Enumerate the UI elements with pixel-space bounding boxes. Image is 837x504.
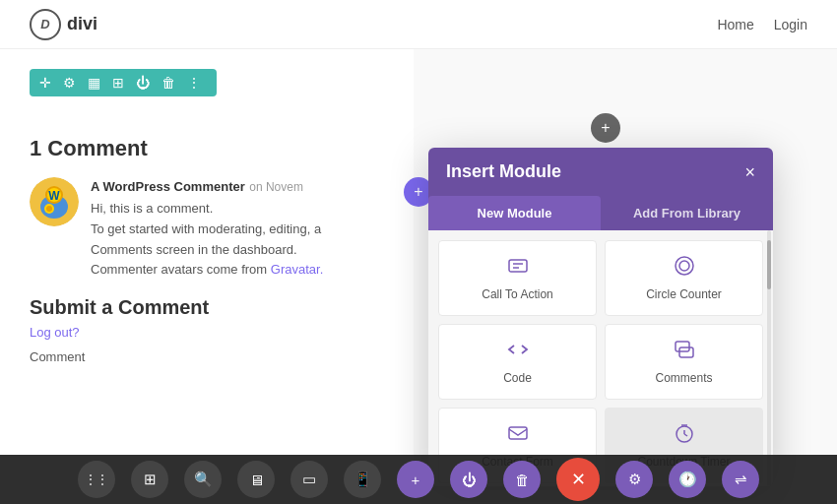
layout-icon[interactable]: ▦ [88,75,100,91]
logged-in-text: Log out? [30,325,384,340]
add-section-button-top[interactable]: + [591,113,620,143]
call-to-action-icon [507,255,529,282]
insert-module-modal: Insert Module × New Module Add From Libr… [428,148,773,486]
module-grid: Call To Action Circle Counter Code [438,240,763,486]
bottom-power-button[interactable]: ⏻ [450,461,487,498]
comment-text: Hi, this is a comment. To get started wi… [91,199,384,281]
bottom-gear-button[interactable]: ⚙ [615,461,653,498]
comment-section: 1 Comment W A WordPress Commente [30,126,384,374]
modal-close-button[interactable]: × [744,163,755,181]
move-icon[interactable]: ✛ [39,75,51,91]
modal-header: Insert Module × [428,148,773,196]
more-icon[interactable]: ⋮ [187,75,201,91]
bottom-mobile-button[interactable]: 📱 [344,461,381,498]
call-to-action-label: Call To Action [482,287,553,301]
grid-icon[interactable]: ⊞ [112,75,124,91]
bottom-menu-button[interactable]: ⋮⋮ [78,461,115,498]
svg-point-6 [46,206,52,212]
modal-body: Call To Action Circle Counter Code [428,230,773,486]
nav-login[interactable]: Login [774,17,807,32]
svg-line-17 [684,434,687,436]
comment-item: W A WordPress Commenter on Novem Hi, thi… [30,177,384,281]
comments-label: Comments [655,371,712,385]
countdown-timer-icon [674,422,695,449]
nav-home[interactable]: Home [717,17,753,32]
bottom-layout-button[interactable]: ⊞ [131,461,168,498]
svg-point-10 [676,257,693,275]
modal-title: Insert Module [446,161,561,182]
contact-form-icon [507,422,529,449]
brand: D divi [30,9,97,40]
bottom-trash-button[interactable]: 🗑 [503,461,541,498]
svg-rect-7 [509,260,527,272]
comment-field-label: Comment [30,349,384,364]
svg-point-11 [679,261,689,271]
comment-body: A WordPress Commenter on Novem Hi, this … [91,177,384,281]
bottom-sync-button[interactable]: ⇌ [722,461,759,498]
bottom-toolbar: ⋮⋮ ⊞ 🔍 🖥 ▭ 📱 + ⏻ 🗑 ✕ ⚙ 🕐 ⇌ [0,455,837,504]
comment-date: on Novem [249,180,303,194]
nav-links: Home Login [717,17,807,32]
gravatar-link[interactable]: Gravatar. [271,262,323,277]
code-icon [507,339,529,365]
modal-scrollbar[interactable] [767,230,771,486]
divi-logo: D [30,9,61,40]
submit-comment-title: Submit a Comment [30,296,384,319]
logout-link[interactable]: Log out? [30,325,80,340]
svg-rect-13 [679,347,693,357]
bottom-search-button[interactable]: 🔍 [184,461,222,498]
bottom-add-button[interactable]: + [397,461,434,498]
svg-rect-12 [676,342,689,351]
svg-text:W: W [48,189,60,203]
power-icon[interactable]: ⏻ [136,75,150,91]
circle-counter-icon [674,255,695,282]
code-label: Code [503,371,532,385]
comment-section-title: 1 Comment [30,136,384,161]
wp-avatar-image: W [30,177,79,226]
modal-scrollbar-thumb [767,240,771,289]
tab-add-from-library[interactable]: Add From Library [601,196,773,230]
bottom-history-button[interactable]: 🕐 [669,461,706,498]
avatar: W [30,177,79,226]
circle-counter-label: Circle Counter [646,287,722,301]
svg-rect-14 [509,427,527,439]
bottom-tablet-button[interactable]: ▭ [290,461,328,498]
modal-tabs: New Module Add From Library [428,196,773,230]
element-toolbar: ✛ ⚙ ▦ ⊞ ⏻ 🗑 ⋮ [30,69,217,96]
navbar: D divi Home Login [0,0,837,49]
comment-author: A WordPress Commenter [91,179,245,194]
module-comments[interactable]: Comments [605,324,763,400]
tab-new-module[interactable]: New Module [428,196,601,230]
module-code[interactable]: Code [438,324,597,400]
brand-name: divi [67,14,97,34]
bottom-close-button[interactable]: ✕ [556,458,600,501]
module-circle-counter[interactable]: Circle Counter [605,240,763,316]
module-call-to-action[interactable]: Call To Action [438,240,597,316]
page-area: ✛ ⚙ ▦ ⊞ ⏻ 🗑 ⋮ 1 Comment W [0,49,414,504]
comments-icon [674,339,695,365]
main-content: ✛ ⚙ ▦ ⊞ ⏻ 🗑 ⋮ 1 Comment W [0,49,837,504]
settings-icon[interactable]: ⚙ [63,75,76,91]
bottom-desktop-button[interactable]: 🖥 [237,461,275,498]
trash-icon[interactable]: 🗑 [161,75,175,91]
